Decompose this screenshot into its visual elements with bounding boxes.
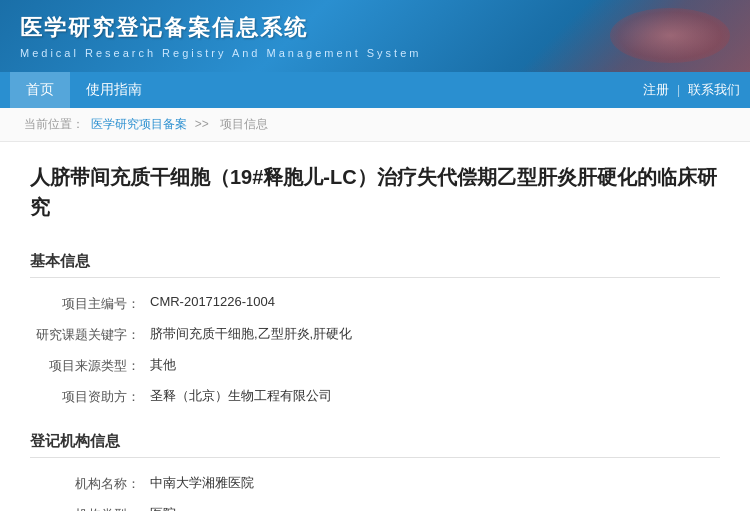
section-basic-info: 基本信息	[30, 246, 720, 278]
info-row-source-type: 项目来源类型： 其他	[30, 356, 720, 375]
label-funder: 项目资助方：	[30, 387, 150, 406]
content-area: 当前位置： 医学研究项目备案 >> 项目信息 人脐带间充质干细胞（19#释胞儿-…	[0, 108, 750, 511]
breadcrumb: 当前位置： 医学研究项目备案 >> 项目信息	[0, 108, 750, 142]
nav-item-guide[interactable]: 使用指南	[70, 72, 158, 108]
info-row-keywords: 研究课题关键字： 脐带间充质干细胞,乙型肝炎,肝硬化	[30, 325, 720, 344]
basic-info-table: 项目主编号： CMR-20171226-1004 研究课题关键字： 脐带间充质干…	[30, 294, 720, 406]
nav-item-home[interactable]: 首页	[10, 72, 70, 108]
header-text: 医学研究登记备案信息系统 Medical Research Registry A…	[20, 13, 421, 59]
navbar: 首页 使用指南 注册 | 联系我们	[0, 72, 750, 108]
info-row-funder: 项目资助方： 圣释（北京）生物工程有限公司	[30, 387, 720, 406]
value-id: CMR-20171226-1004	[150, 294, 720, 309]
value-keywords: 脐带间充质干细胞,乙型肝炎,肝硬化	[150, 325, 720, 343]
nav-register-link[interactable]: 注册	[643, 81, 669, 99]
page-header: 医学研究登记备案信息系统 Medical Research Registry A…	[0, 0, 750, 72]
nav-contact-link[interactable]: 联系我们	[688, 81, 740, 99]
breadcrumb-link-2: 项目信息	[220, 117, 268, 131]
label-id: 项目主编号：	[30, 294, 150, 313]
value-funder: 圣释（北京）生物工程有限公司	[150, 387, 720, 405]
org-info-table: 机构名称： 中南大学湘雅医院 机构类型： 医院 机构级别： 三级甲 所属省市： …	[30, 474, 720, 511]
value-org-type: 医院	[150, 505, 720, 511]
label-org-name: 机构名称：	[30, 474, 150, 493]
info-row-org-type: 机构类型： 医院	[30, 505, 720, 511]
nav-right: 注册 | 联系我们	[643, 81, 740, 99]
label-source-type: 项目来源类型：	[30, 356, 150, 375]
section-org-header: 登记机构信息	[30, 426, 720, 458]
value-org-name: 中南大学湘雅医院	[150, 474, 720, 492]
breadcrumb-current: 当前位置：	[24, 117, 84, 131]
project-title: 人脐带间充质干细胞（19#释胞儿-LC）治疗失代偿期乙型肝炎肝硬化的临床研究	[30, 162, 720, 222]
header-title-cn: 医学研究登记备案信息系统	[20, 13, 421, 43]
info-row-org-name: 机构名称： 中南大学湘雅医院	[30, 474, 720, 493]
section-org-info: 登记机构信息 机构名称： 中南大学湘雅医院 机构类型： 医院 机构级别： 三级甲…	[30, 426, 720, 511]
label-keywords: 研究课题关键字：	[30, 325, 150, 344]
nav-left: 首页 使用指南	[10, 72, 158, 108]
nav-separator: |	[677, 83, 680, 97]
info-row-id: 项目主编号： CMR-20171226-1004	[30, 294, 720, 313]
breadcrumb-link-1[interactable]: 医学研究项目备案	[91, 117, 187, 131]
header-decoration	[490, 0, 750, 72]
breadcrumb-sep: >>	[195, 117, 212, 131]
main-content: 人脐带间充质干细胞（19#释胞儿-LC）治疗失代偿期乙型肝炎肝硬化的临床研究 基…	[0, 142, 750, 511]
value-source-type: 其他	[150, 356, 720, 374]
label-org-type: 机构类型：	[30, 505, 150, 511]
header-title-en: Medical Research Registry And Management…	[20, 47, 421, 59]
